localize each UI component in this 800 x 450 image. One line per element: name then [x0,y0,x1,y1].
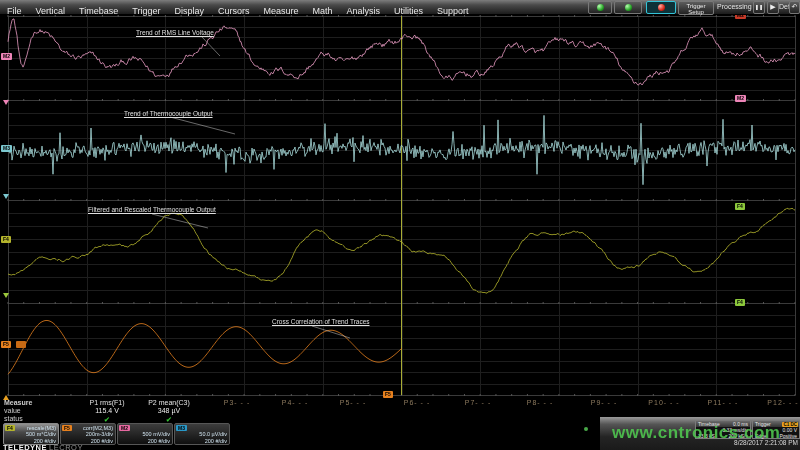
f5-indicator-box [16,341,26,348]
measure-p6-lab[interactable]: P6- - - [385,399,449,406]
measure-p3-lab[interactable]: P3- - - [205,399,269,406]
menu-item-vertical[interactable]: Vertical [29,4,73,18]
pause-button[interactable]: ❚❚ [753,1,765,14]
menu-bar: FileVerticalTimebaseTriggerDisplayCursor… [0,0,800,15]
trigger-source-tag: C1 DC [782,422,798,427]
descriptor-tag-f4: F4 [5,425,15,431]
trigger-position-icon [3,395,9,400]
descriptor-f4[interactable]: F4rescale(M3)500 m°C/div200 #/div [3,423,59,445]
brand-teledyne: TELEDYNE [3,443,47,450]
waveform-display[interactable] [0,0,800,450]
edge-tag-3-f4: F4 [735,203,745,210]
trace-tag-f5[interactable]: F5 [1,341,11,348]
annotation-m3: Trend of Thermocouple Output [124,110,213,117]
brand-logo: TELEDYNE LECROY [3,443,83,450]
edge-tag-5-f5: F5 [383,391,393,398]
autosetup-icon [597,4,604,11]
measure-p1-lab[interactable]: P1 rms(F1) [75,399,139,406]
trace-tag-f4[interactable]: F4 [1,236,11,243]
menu-item-trigger[interactable]: Trigger [125,4,167,18]
measure-p10-lab[interactable]: P10- - - [632,399,696,406]
menu-item-display[interactable]: Display [167,4,211,18]
menu-bar-items: FileVerticalTimebaseTriggerDisplayCursor… [0,0,476,17]
measure-row-label: Measure [4,399,32,406]
measure-p8-lab[interactable]: P8- - - [508,399,572,406]
brand-lecroy: LECROY [49,443,83,450]
descriptor-tag-m2: M2 [119,425,130,431]
trace-tag-m3[interactable]: M3 [1,145,12,152]
descriptor-m2[interactable]: M2500 mV/div200 #/div [117,423,173,445]
menu-item-math[interactable]: Math [305,4,339,18]
watermark-dot-icon [584,427,588,431]
edge-tag-4-f4: F4 [735,299,745,306]
findscale-icon [625,4,632,11]
annotation-f4: Filtered and Rescaled Thermocouple Outpu… [88,206,216,213]
zero-marker-m2-icon [3,100,9,105]
menu-item-analysis[interactable]: Analysis [339,4,387,18]
menu-item-file[interactable]: File [0,4,29,18]
auto-setup-button[interactable] [588,1,612,14]
measure-p2-val: 348 µV [137,407,201,414]
undo-button[interactable]: ↶ [789,1,800,14]
descriptor-points-m2: 200 #/div [148,438,170,444]
measure-p11-lab[interactable]: P11- - - [691,399,755,406]
menu-item-timebase[interactable]: Timebase [72,4,125,18]
annotation-f5: Cross Correlation of Trend Traces [272,318,370,325]
menu-item-cursors[interactable]: Cursors [211,4,257,18]
status-row-label: status [4,415,23,422]
measure-p4-lab[interactable]: P4- - - [263,399,327,406]
descriptor-f5[interactable]: F5corr(M2,M3)200m-3/div200 #/div [60,423,116,445]
descriptor-scale-f5: 200m-3/div [86,431,113,437]
annotation-m2: Trend of RMS Line Voltage [136,29,214,36]
record-icon [658,4,665,11]
edge-tag-2-m2: M2 [735,95,746,102]
descriptor-m3[interactable]: M350.0 µV/div200 #/div [174,423,230,445]
measure-p2-lab[interactable]: P2 mean(C3) [137,399,201,406]
descriptor-tag-m3: M3 [176,425,187,431]
descriptor-points-m3: 200 #/div [205,438,227,444]
trigger-stop-button[interactable] [646,1,676,14]
trigger-setup-button[interactable]: Trigger Setup [678,1,714,15]
measure-p7-lab[interactable]: P7- - - [446,399,510,406]
descriptor-scale-m3: 50.0 µV/div [199,431,227,437]
trace-tag-m2[interactable]: M2 [1,53,12,60]
find-scale-button[interactable] [614,1,642,14]
watermark: www.cntronics.com [612,423,780,443]
menu-item-measure[interactable]: Measure [256,4,305,18]
measure-p5-lab[interactable]: P5- - - [321,399,385,406]
oscilloscope-screen: FileVerticalTimebaseTriggerDisplayCursor… [0,0,800,450]
descriptor-points-f5: 200 #/div [91,438,113,444]
measure-p12-lab[interactable]: P12- - - [751,399,800,406]
zero-marker-m3-icon [3,194,9,199]
descriptor-tag-f5: F5 [62,425,72,431]
trigger-slope: Positive [779,433,797,439]
measure-p1-val: 115.4 V [75,407,139,414]
processing-status: Processing [717,0,752,14]
descriptor-scale-m2: 500 mV/div [142,431,170,437]
play-button[interactable]: ▶ [767,1,779,14]
descriptor-scale-f4: 500 m°C/div [26,431,56,437]
menu-item-utilities[interactable]: Utilities [387,4,430,18]
value-row-label: value [4,407,21,414]
measure-p9-lab[interactable]: P9- - - [572,399,636,406]
zero-marker-f4-icon [3,293,9,298]
menu-item-support[interactable]: Support [430,4,476,18]
